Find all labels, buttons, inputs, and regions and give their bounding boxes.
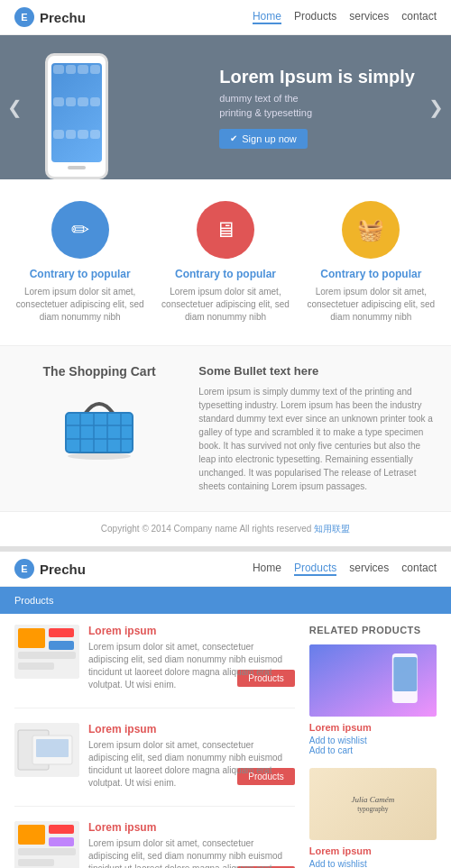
features-section: ✏ Contrary to popular Lorem ipsum dolor … <box>0 179 451 345</box>
phone-icon-3 <box>78 65 88 74</box>
product-thumb-1 <box>14 723 79 777</box>
check-icon: ✔ <box>230 133 237 143</box>
related-card-text: Julia Camémtypography <box>352 795 395 813</box>
svg-rect-13 <box>18 662 54 670</box>
home-footer: Copyright © 2014 Company name All rights… <box>0 511 451 546</box>
hero-title: Lorem Ipsum is simply <box>219 67 415 87</box>
cart-left: The Shopping Cart <box>14 364 184 460</box>
phone-icon-10 <box>66 130 77 139</box>
brand-icon: E <box>14 7 34 27</box>
breadcrumb-bar: Products <box>0 587 451 614</box>
svg-rect-12 <box>18 652 76 659</box>
product-image-2 <box>14 821 79 868</box>
products-nav-home[interactable]: Home <box>253 562 281 576</box>
phone-icon-1 <box>53 65 64 74</box>
feature-text-2: Lorem ipsum dolor sit amet, consectetuer… <box>306 286 437 324</box>
related-item-1: Julia Camémtypography Lorem ipsum Add to… <box>309 768 437 868</box>
product-item-2: Lorem ipsum Lorem ipsum dolor sit amet, … <box>14 821 295 868</box>
nav-products[interactable]: Products <box>294 10 336 24</box>
cart-body-text: Lorem ipsum is simply dummy text of the … <box>198 385 437 493</box>
svg-rect-19 <box>18 825 45 845</box>
phone-icon-9 <box>53 130 64 139</box>
product-info-1: Lorem ipsum Lorem ipsum dolor sit amet, … <box>88 723 295 795</box>
related-image-0 <box>309 644 437 717</box>
svg-rect-23 <box>18 859 54 866</box>
products-list: Lorem ipsum Lorem ipsum dolor sit amet, … <box>14 625 295 868</box>
hero-next-arrow[interactable]: ❯ <box>428 96 444 118</box>
product-title-1: Lorem ipsum <box>88 723 295 736</box>
feature-title-0: Contrary to popular <box>14 268 145 280</box>
svg-rect-9 <box>18 628 45 648</box>
feature-item-1: 🖥 Contrary to popular Lorem ipsum dolor … <box>160 201 290 324</box>
cart-section: The Shopping Cart Some Bullet text he <box>0 345 451 511</box>
product-info-0: Lorem ipsum Lorem ipsum dolor sit amet, … <box>88 625 295 697</box>
product-image-0 <box>14 625 79 679</box>
phone-icon-12 <box>90 130 101 139</box>
related-products-title: RELATED PRODUCTS <box>309 625 437 635</box>
products-brand-name: Prechu <box>40 562 86 577</box>
related-wishlist-0[interactable]: Add to wishlist <box>309 736 437 745</box>
hero-phone <box>45 53 108 179</box>
nav-services[interactable]: services <box>349 10 389 24</box>
feature-item-0: ✏ Contrary to popular Lorem ipsum dolor … <box>14 201 145 324</box>
products-nav-services[interactable]: services <box>349 562 389 576</box>
related-wishlist-1[interactable]: Add to wishlist <box>309 859 437 868</box>
cart-bullet-title: Some Bullet text here <box>198 364 437 378</box>
product-title-2: Lorem ipsum <box>88 821 295 834</box>
feature-title-2: Contrary to popular <box>306 268 437 280</box>
products-navbar: E Prechu Home Products services contact <box>0 552 451 587</box>
page-products: E Prechu Home Products services contact … <box>0 552 451 868</box>
products-content: Lorem ipsum Lorem ipsum dolor sit amet, … <box>0 614 451 868</box>
related-title-0: Lorem ipsum <box>309 722 437 733</box>
copyright-text: Copyright © 2014 Company name All rights… <box>101 524 312 534</box>
hero-cta-button[interactable]: ✔ Sign up now <box>219 129 308 149</box>
brand: E Prechu <box>14 7 86 27</box>
phone-icon-7 <box>78 97 88 106</box>
products-nav-links: Home Products services contact <box>253 562 437 576</box>
related-thumb-1: Julia Camémtypography <box>309 768 437 840</box>
svg-point-7 <box>68 452 131 460</box>
svg-rect-11 <box>49 641 74 650</box>
page-home: E Prechu Home Products services contact … <box>0 0 451 546</box>
nav-contact[interactable]: contact <box>401 10 437 24</box>
product-info-2: Lorem ipsum Lorem ipsum dolor sit amet, … <box>88 821 295 868</box>
hero-subtitle2: printing & typesetting <box>219 107 415 118</box>
svg-rect-10 <box>49 628 74 637</box>
product-title-0: Lorem ipsum <box>88 625 295 637</box>
products-brand: E Prechu <box>14 559 86 579</box>
phone-icon-8 <box>90 97 101 106</box>
nav-home[interactable]: Home <box>253 10 281 24</box>
related-cart-0[interactable]: Add to cart <box>309 745 437 755</box>
hero-prev-arrow[interactable]: ❮ <box>7 96 23 118</box>
svg-rect-21 <box>49 837 74 846</box>
brand-name: Prechu <box>40 10 86 25</box>
product-thumb-0 <box>14 625 79 679</box>
products-nav-products[interactable]: Products <box>294 562 336 576</box>
feature-title-1: Contrary to popular <box>160 268 290 280</box>
phone-icon-6 <box>66 97 77 106</box>
cart-title: The Shopping Cart <box>14 364 184 379</box>
navbar: E Prechu Home Products services contact <box>0 0 451 35</box>
breadcrumb: Products <box>14 595 53 606</box>
phone-icon-2 <box>66 65 77 74</box>
copyright-link[interactable]: 知用联盟 <box>314 524 350 534</box>
feature-icon-1: 🖥 <box>197 201 254 259</box>
svg-rect-20 <box>49 825 74 834</box>
related-item-0: Lorem ipsum Add to wishlist Add to cart <box>309 644 437 755</box>
nav-links: Home Products services contact <box>253 10 437 24</box>
products-nav-contact[interactable]: contact <box>401 562 437 576</box>
related-products: RELATED PRODUCTS <box>309 625 437 868</box>
products-brand-icon: E <box>14 559 34 579</box>
phone-home-btn <box>68 166 86 169</box>
product-item-1: Lorem ipsum Lorem ipsum dolor sit amet, … <box>14 723 295 807</box>
svg-rect-32 <box>393 657 417 691</box>
feature-icon-0: ✏ <box>51 201 109 259</box>
related-title-1: Lorem ipsum <box>309 845 437 856</box>
hero-subtitle1: dummy text of the <box>219 93 415 104</box>
related-thumb-0 <box>309 644 437 717</box>
hero-section: ❮ Lorem Ipsum is simply dummy text of th… <box>0 35 451 179</box>
cart-right: Some Bullet text here Lorem ipsum is sim… <box>198 364 437 493</box>
cart-basket-icon <box>59 388 140 460</box>
svg-rect-30 <box>309 644 437 717</box>
product-item-0: Lorem ipsum Lorem ipsum dolor sit amet, … <box>14 625 295 708</box>
